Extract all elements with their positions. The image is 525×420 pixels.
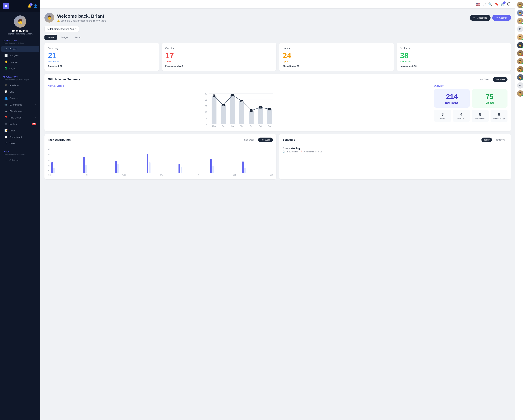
mailbox-icon: ✉ (4, 122, 8, 126)
activities-icon: ▪ (4, 159, 8, 161)
this-week-button[interactable]: This Week (493, 77, 507, 82)
user-circle-icon[interactable]: 👤 (34, 4, 38, 8)
scrumboard-icon: 📋 (4, 135, 8, 139)
needs-triage-label: Needs Triage (492, 117, 506, 120)
envelope-icon: ✉ (473, 17, 475, 19)
stat-number: 24 (283, 52, 390, 59)
logo-icon[interactable]: ◆ (3, 3, 9, 9)
sidebar-item-contacts[interactable]: 👥 Contacts (1, 95, 39, 101)
sidebar-item-mailbox[interactable]: ✉ Mailbox 27 (1, 121, 39, 127)
online-indicator (522, 47, 523, 48)
sidebar-item-finance[interactable]: 💰 Finance (1, 59, 39, 65)
flag-icon[interactable]: 🇺🇸 (476, 2, 480, 6)
week-toggle: Last Week This Week (477, 77, 507, 82)
svg-text:0: 0 (206, 123, 207, 125)
overview-top: 214 New Issues 75 Closed (434, 89, 507, 108)
right-panel-avatar-5[interactable]: 👩 (517, 34, 524, 40)
online-indicator (522, 95, 523, 96)
more-options-icon[interactable]: ⋮ (387, 46, 390, 50)
right-panel-avatar-8[interactable]: 👩 (517, 58, 524, 64)
task-last-week-button[interactable]: Last Week (242, 138, 257, 142)
user-avatar: 👨 (14, 15, 26, 28)
task-this-week-button[interactable]: This Week (258, 138, 273, 142)
svg-rect-15 (239, 101, 244, 124)
schedule-location: Conference room 1B (304, 151, 322, 153)
welcome-avatar: 👨 (45, 13, 54, 23)
tab-budget[interactable]: Budget (57, 35, 71, 40)
right-panel-avatar-11[interactable]: M (517, 82, 524, 89)
chevron-right-icon: › (35, 117, 36, 119)
sidebar-item-label: Contacts (9, 97, 18, 100)
sidebar-item-ecommerce[interactable]: 🛒 ECommerce › (1, 102, 39, 108)
main-content: ☰ 🇺🇸 ⛶ 🔍 🔖 🛒 5 💬 👨 Welcome back, Brian! … (40, 0, 515, 420)
more-options-icon[interactable]: ⋮ (153, 46, 156, 50)
sidebar-item-scrumboard[interactable]: 📋 Scrumboard (1, 134, 39, 140)
notes-icon: 📝 (4, 129, 8, 132)
stats-grid: Summary ⋮ 21 Due Tasks Completed: 13 Ove… (45, 43, 511, 71)
pages-label: PAGES (0, 149, 40, 153)
sidebar-item-activities[interactable]: ▪ Activities (1, 157, 39, 163)
sidebar-item-crypto[interactable]: 💲 Crypto (1, 65, 39, 72)
chart-x-labels: MonTueWedThuFriSatSun (48, 174, 273, 176)
right-panel-avatar-12[interactable]: 👨 (517, 90, 524, 97)
right-panel-avatar-10[interactable]: 👩 (517, 74, 524, 81)
reopened-number: 8 (473, 112, 487, 117)
overview-bottom: 3 Fixed 4 Won't Fix 8 Re-opened 6 (434, 110, 507, 122)
welcome-text: Welcome back, Brian! 🔔 You have 2 new me… (57, 13, 106, 22)
svg-text:36: 36 (205, 99, 207, 101)
sidebar-item-label: ECommerce (9, 103, 22, 106)
sidebar-item-academy[interactable]: 🎓 Academy (1, 82, 39, 88)
stat-card-summary: Summary ⋮ 21 Due Tasks Completed: 13 (45, 43, 159, 71)
pages-section: PAGES Custom made page designs ▪ Activit… (0, 148, 40, 165)
last-week-button[interactable]: Last Week (477, 77, 491, 82)
more-options-icon[interactable]: ⋮ (270, 46, 273, 50)
tab-team[interactable]: Team (72, 35, 84, 40)
sidebar-item-helpcenter[interactable]: ❓ Help Center › (1, 114, 39, 121)
applications-label: APPLICATIONS (0, 75, 40, 79)
new-issues-card: 214 New Issues (434, 89, 470, 108)
svg-text:42: 42 (213, 95, 215, 97)
closed-card: 75 Closed (472, 89, 507, 108)
project-name: ACME Corp. Backend App (47, 28, 74, 30)
hamburger-icon[interactable]: ☰ (45, 2, 47, 6)
right-panel-avatar-9[interactable]: 👩 (517, 66, 524, 73)
chat-topbar-icon[interactable]: 💬 (507, 2, 511, 6)
stat-label: Tasks (165, 60, 273, 63)
today-button[interactable]: Today (481, 138, 492, 142)
fixed-label: Fixed (435, 117, 450, 120)
right-panel-avatar-4[interactable]: M (517, 26, 524, 32)
stat-label: Due Tasks (48, 60, 156, 63)
online-indicator (522, 79, 523, 80)
right-panel-avatar-3[interactable]: 👩 (517, 18, 524, 24)
chevron-right-icon[interactable]: › (507, 149, 507, 151)
tab-home[interactable]: Home (45, 35, 57, 40)
sidebar-item-notes[interactable]: 📝 Notes (1, 127, 39, 134)
right-panel-avatar-6[interactable]: 👨 (517, 42, 524, 48)
stat-number: 21 (48, 52, 156, 59)
svg-rect-18 (267, 109, 272, 124)
reopened-label: Re-opened (473, 117, 487, 120)
search-icon[interactable]: 🔍 (488, 2, 492, 6)
fullscreen-icon[interactable]: ⛶ (483, 2, 486, 6)
project-dropdown[interactable]: ACME Corp. Backend App ▾ (45, 26, 79, 32)
more-options-icon[interactable]: ⋮ (505, 46, 507, 50)
sidebar-item-chat[interactable]: 💬 Chat (1, 89, 39, 95)
svg-text:22: 22 (269, 108, 271, 110)
right-panel-avatar-1[interactable]: 👨 (517, 2, 524, 8)
welcome-buttons: ✉ Messages ⚙ Settings (470, 15, 511, 21)
cart-icon[interactable]: 🛒 5 (501, 2, 505, 6)
settings-button[interactable]: ⚙ Settings (492, 15, 511, 21)
sidebar-item-project[interactable]: ☑ Project (1, 46, 39, 52)
sidebar-item-tasks[interactable]: ⏱ Tasks (1, 140, 39, 147)
right-panel-avatar-7[interactable]: 👨 (517, 50, 524, 56)
messages-button[interactable]: ✉ Messages (470, 15, 490, 21)
sidebar-item-filemanager[interactable]: ☁ File Manager (1, 108, 39, 114)
notification-bell-icon[interactable]: 🔔 3 (28, 4, 31, 8)
svg-text:9: 9 (206, 117, 207, 119)
bookmark-icon[interactable]: 🔖 (495, 2, 498, 6)
tomorrow-button[interactable]: Tomorrow (493, 138, 507, 142)
chat-icon: 💬 (4, 90, 8, 93)
sidebar-item-analytics[interactable]: 📊 Analytics (1, 52, 39, 59)
right-panel-avatar-2[interactable]: 👨 (517, 10, 524, 16)
stat-footer: Completed: 13 (48, 65, 156, 67)
